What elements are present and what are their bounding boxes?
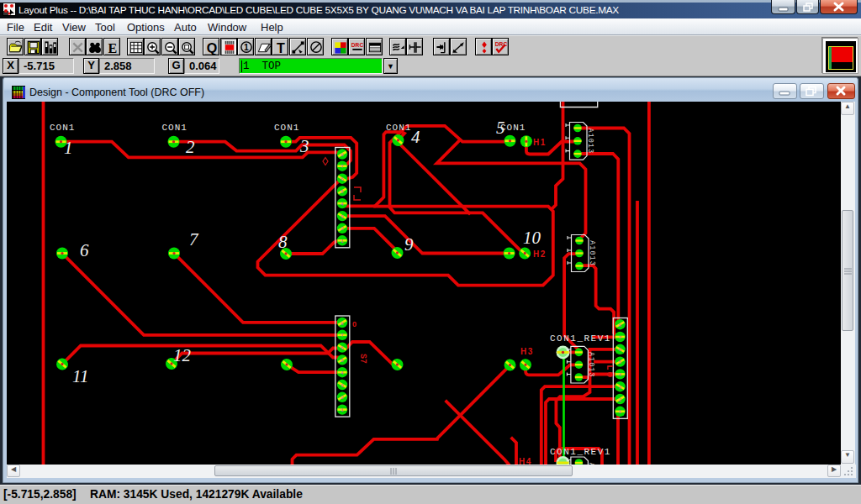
svg-text:1: 1 — [341, 407, 344, 413]
svg-text:DRC: DRC — [351, 42, 364, 48]
svg-text:11: 11 — [72, 366, 88, 386]
svg-text:S7: S7 — [358, 354, 367, 364]
svg-text:7: 7 — [189, 229, 199, 249]
svg-text:1: 1 — [619, 409, 622, 415]
svg-text:LO: LO — [605, 365, 615, 379]
svg-text:6: 6 — [619, 347, 622, 353]
svg-text:6: 6 — [80, 240, 89, 260]
svg-text:CON1_REV1: CON1_REV1 — [550, 447, 611, 457]
svg-text:1: 1 — [244, 43, 249, 52]
svg-text:4: 4 — [341, 370, 344, 376]
svg-text:5: 5 — [341, 358, 344, 364]
svg-text:2: 2 — [341, 226, 344, 232]
svg-text:A1013: A1013 — [587, 352, 595, 378]
svg-text:1: 1 — [341, 239, 344, 244]
svg-text:3: 3 — [341, 383, 344, 389]
svg-text:9: 9 — [404, 234, 414, 255]
svg-text:10: 10 — [523, 228, 541, 248]
svg-text:8: 8 — [341, 321, 344, 327]
svg-text:8: 8 — [619, 323, 622, 328]
svg-text:5: 5 — [496, 118, 505, 138]
svg-text:CON1: CON1 — [274, 123, 299, 133]
svg-text:12: 12 — [173, 345, 192, 365]
svg-text:7: 7 — [341, 164, 344, 170]
svg-text:H2: H2 — [533, 249, 547, 259]
svg-text:2: 2 — [186, 137, 195, 157]
svg-text:A1013: A1013 — [588, 240, 596, 266]
svg-text:8: 8 — [278, 232, 288, 252]
svg-text:5: 5 — [619, 360, 622, 365]
svg-text:DRC: DRC — [495, 41, 508, 47]
svg-text:CON1: CON1 — [386, 123, 411, 133]
svg-text:4: 4 — [341, 202, 344, 207]
svg-text:T: T — [277, 40, 285, 55]
svg-text:3: 3 — [619, 385, 622, 391]
svg-text:4: 4 — [619, 372, 622, 378]
svg-text:4: 4 — [411, 127, 420, 147]
svg-text:H4: H4 — [519, 457, 532, 465]
svg-text:CON1: CON1 — [162, 123, 188, 133]
svg-text:6: 6 — [341, 176, 344, 182]
svg-text:Q: Q — [207, 40, 218, 55]
svg-text:H3: H3 — [520, 347, 534, 356]
svg-text:3: 3 — [299, 136, 309, 156]
svg-text:8: 8 — [341, 152, 344, 158]
svg-text:2: 2 — [341, 395, 344, 401]
svg-text:1: 1 — [64, 138, 73, 158]
svg-text:3: 3 — [341, 214, 344, 220]
svg-text:CON1_REV1: CON1_REV1 — [550, 333, 611, 344]
svg-text:2: 2 — [619, 397, 622, 403]
svg-text:7: 7 — [341, 333, 344, 339]
svg-text:CON1: CON1 — [50, 123, 75, 133]
svg-text:6: 6 — [341, 345, 344, 351]
svg-text:E: E — [108, 41, 117, 55]
svg-text:H1: H1 — [533, 138, 547, 147]
svg-text:A1013: A1013 — [586, 129, 594, 155]
svg-text:7: 7 — [619, 335, 622, 341]
svg-text:0: 0 — [352, 320, 358, 328]
svg-text:5: 5 — [341, 189, 344, 195]
